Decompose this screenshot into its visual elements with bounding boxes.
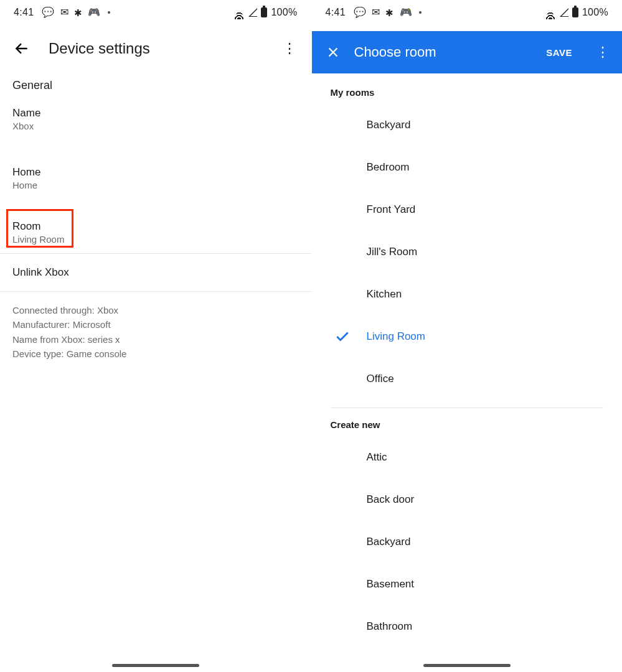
room-option-label: Jill's Room [367, 246, 418, 258]
notif-messenger-icon: ✉ [372, 7, 380, 17]
room-option-label: Office [367, 373, 394, 385]
wifi-icon [233, 8, 245, 17]
battery-percent: 100% [271, 7, 297, 18]
room-option[interactable]: Bedroom [312, 146, 623, 189]
status-time: 4:41 [326, 7, 346, 18]
room-option-label: Attic [367, 451, 387, 464]
back-arrow-icon[interactable] [12, 39, 31, 58]
room-option-label: Basement [367, 578, 415, 590]
notif-chat-icon: 💬 [42, 7, 54, 17]
room-option-label: Bathroom [367, 620, 413, 633]
battery-icon [572, 7, 578, 17]
row-unlink[interactable]: Unlink Xbox [0, 254, 311, 291]
room-option[interactable]: Living Room [312, 315, 623, 358]
room-option[interactable]: Kitchen [312, 273, 623, 315]
room-option-label: Living Room [367, 330, 426, 343]
room-option[interactable]: Basement [312, 563, 623, 605]
room-option[interactable]: Attic [312, 436, 623, 478]
nav-handle[interactable] [423, 664, 511, 667]
room-option[interactable]: Backyard [312, 104, 623, 146]
close-icon[interactable] [324, 44, 342, 61]
statusbar: 4:41 💬 ✉ ✱ 🎮 100% [312, 0, 623, 25]
statusbar: 4:41 💬 ✉ ✱ 🎮 100% [0, 0, 311, 25]
nav-bar [312, 658, 623, 672]
info-line: Connected through: Xbox [12, 303, 299, 317]
save-button[interactable]: SAVE [546, 47, 572, 58]
row-name-value: Xbox [12, 121, 299, 131]
section-general-header: General [0, 72, 311, 98]
overflow-menu-icon[interactable]: ⋮ [280, 40, 299, 57]
room-option-label: Backyard [367, 119, 411, 131]
room-option-label: Bedroom [367, 161, 410, 174]
row-name-label: Name [12, 107, 299, 119]
notif-controller-icon: 🎮 [88, 7, 100, 17]
status-time: 4:41 [14, 7, 34, 18]
section-create-new-header: Create new [312, 408, 623, 436]
notif-slack-icon: ✱ [74, 8, 82, 17]
room-option[interactable]: Backyard [312, 521, 623, 563]
room-option[interactable]: Bathroom [312, 605, 623, 648]
battery-icon [261, 7, 267, 17]
room-option-label: Backyard [367, 536, 411, 548]
row-room-label: Room [12, 220, 299, 233]
row-room-value: Living Room [12, 234, 299, 245]
check-icon [334, 329, 351, 345]
info-line: Manufacturer: Microsoft [12, 317, 299, 332]
page-title: Device settings [49, 40, 263, 57]
signal-icon [560, 8, 568, 17]
room-option-label: Kitchen [367, 288, 402, 301]
room-option[interactable]: Jill's Room [312, 231, 623, 273]
row-room[interactable]: Room Living Room [0, 212, 311, 253]
section-my-rooms-header: My rooms [312, 73, 623, 104]
notif-messenger-icon: ✉ [60, 7, 68, 17]
room-option[interactable]: Front Yard [312, 189, 623, 231]
notif-controller-icon: 🎮 [400, 7, 412, 17]
wifi-icon [545, 8, 556, 17]
notif-chat-icon: 💬 [354, 7, 366, 17]
nav-bar [0, 658, 311, 672]
room-option[interactable]: Back door [312, 478, 623, 521]
battery-percent: 100% [582, 7, 608, 18]
info-line: Name from Xbox: series x [12, 332, 299, 347]
appbar: Device settings ⋮ [0, 25, 311, 72]
notif-more-dot [108, 11, 110, 14]
appbar-choose-room: Choose room SAVE ⋮ [312, 31, 623, 73]
row-home-label: Home [12, 166, 299, 179]
page-title: Choose room [354, 44, 534, 60]
room-option-label: Back door [367, 493, 415, 506]
room-option[interactable]: Office [312, 358, 623, 400]
nav-handle[interactable] [112, 664, 199, 667]
notif-slack-icon: ✱ [385, 8, 393, 17]
row-home-value: Home [12, 180, 299, 190]
overflow-menu-icon[interactable]: ⋮ [585, 44, 610, 60]
screen-device-settings: 4:41 💬 ✉ ✱ 🎮 100% Device settings ⋮ Gene… [0, 0, 311, 672]
signal-icon [248, 8, 257, 17]
notif-more-dot [419, 11, 422, 14]
device-info: Connected through: Xbox Manufacturer: Mi… [0, 292, 311, 372]
room-option-label: Front Yard [367, 203, 416, 216]
info-line: Device type: Game console [12, 347, 299, 361]
row-home[interactable]: Home Home [0, 157, 311, 199]
row-name[interactable]: Name Xbox [0, 98, 311, 140]
screen-choose-room: 4:41 💬 ✉ ✱ 🎮 100% Choose room SAVE ⋮ My [311, 0, 623, 672]
